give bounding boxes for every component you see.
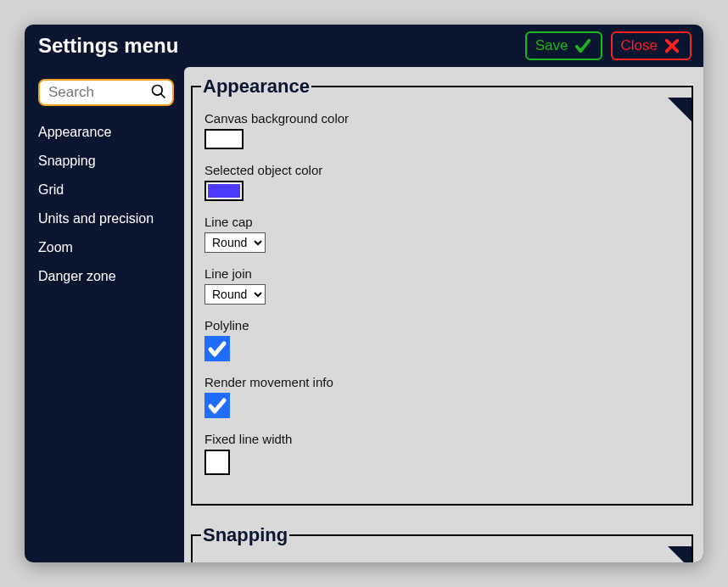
close-button-label: Close (621, 37, 658, 54)
field-snap-distance: Snap distance (204, 560, 680, 562)
selected-color-swatch-inner (208, 184, 240, 198)
render-move-label: Render movement info (204, 375, 680, 389)
canvas-bg-label: Canvas background color (204, 111, 680, 126)
close-button[interactable]: Close (611, 31, 692, 60)
section-corner-icon (668, 546, 692, 562)
section-snapping: Snapping Snap distance (191, 524, 693, 562)
sidebar-item-snapping[interactable]: Snapping (38, 147, 184, 176)
save-button[interactable]: Save (525, 31, 602, 60)
section-corner-icon (668, 98, 692, 121)
dialog-title: Settings menu (38, 34, 178, 58)
sidebar-item-grid[interactable]: Grid (38, 176, 184, 204)
field-render-move: Render movement info (204, 375, 680, 418)
search-input[interactable] (38, 79, 174, 106)
dialog-body: Appearance Snapping Grid Units and preci… (25, 67, 703, 562)
field-fixed-lw: Fixed line width (204, 432, 680, 475)
section-appearance-title: Appearance (201, 75, 311, 98)
field-polyline: Polyline (204, 318, 680, 361)
linecap-select[interactable]: Round (204, 232, 266, 253)
selected-color-label: Selected object color (204, 163, 680, 177)
close-icon (663, 36, 681, 55)
sidebar-item-appearance[interactable]: Appearance (38, 118, 184, 147)
canvas-bg-color-picker[interactable] (204, 129, 244, 149)
dialog-header: Settings menu Save Close (25, 25, 703, 67)
search-wrap (38, 79, 174, 106)
field-linecap: Line cap Round (204, 215, 680, 253)
header-buttons: Save Close (525, 31, 692, 60)
linejoin-label: Line join (204, 266, 680, 281)
save-button-label: Save (535, 37, 568, 54)
render-move-checkbox[interactable] (204, 393, 230, 418)
section-snapping-title: Snapping (201, 524, 289, 546)
field-linejoin: Line join Round (204, 266, 680, 305)
canvas-bg-swatch-inner (208, 132, 240, 146)
polyline-label: Polyline (204, 318, 680, 333)
settings-dialog: Settings menu Save Close Appearance Snap… (25, 25, 703, 562)
linejoin-select[interactable]: Round (204, 284, 266, 305)
field-canvas-bg: Canvas background color (204, 111, 680, 149)
fixed-lw-label: Fixed line width (204, 432, 680, 446)
check-icon (207, 395, 227, 416)
check-icon (574, 36, 592, 55)
sidebar-item-danger[interactable]: Danger zone (38, 262, 184, 291)
sidebar-item-units[interactable]: Units and precision (38, 204, 184, 233)
check-icon (207, 338, 227, 359)
content-panel[interactable]: Appearance Canvas background color Selec… (184, 67, 703, 562)
field-selected-color: Selected object color (204, 163, 680, 201)
sidebar-item-zoom[interactable]: Zoom (38, 233, 184, 262)
sidebar: Appearance Snapping Grid Units and preci… (25, 67, 184, 562)
selected-color-picker[interactable] (204, 181, 244, 201)
snap-distance-label: Snap distance (204, 560, 680, 562)
section-appearance: Appearance Canvas background color Selec… (191, 75, 693, 506)
linecap-label: Line cap (204, 215, 680, 229)
polyline-checkbox[interactable] (204, 336, 230, 361)
fixed-lw-checkbox[interactable] (204, 450, 230, 475)
